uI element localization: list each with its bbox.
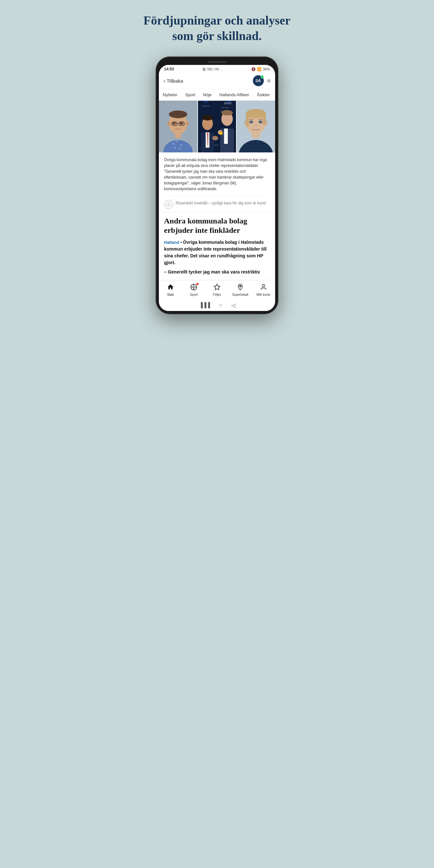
article-quote: – Generellt tycker jag man ska vara rest… [164,269,270,275]
article-image-left [159,101,197,152]
status-center: 🖼 SBC HN ... [203,67,223,71]
sport-icon [190,283,197,292]
nav-tabs: Nyheter Sport Nöje Hallands Affärer Åsik… [159,89,275,101]
svg-point-52 [262,284,265,286]
article-images: BMW Varbergs Sparbank Lunds Bil BILDEPAN [159,101,275,152]
article-category-line: Halland • Övriga kommunala bolag i Halms… [164,239,270,266]
android-home-icon[interactable]: ○ [219,302,222,308]
article-description: Övriga kommunala bolag inom Halmstads ko… [164,157,270,192]
start-label: Start [167,293,174,297]
user-icon [260,283,267,292]
svg-point-36 [212,135,218,140]
svg-point-47 [265,120,268,126]
tab-hallands-affarer[interactable]: Hallands Affärer [215,89,253,100]
location-icon [237,283,244,292]
superlokalt-label: Superlokalt [232,293,248,297]
app-header: ‹ Tillbaka DÅ ≡ [159,73,275,89]
wifi-icon: 📶 [257,67,261,71]
svg-point-2 [173,143,175,145]
mute-icon: 🔇 [251,67,256,71]
article-body: Övriga kommunala bolag inom Halmstads ko… [159,152,275,280]
status-time: 14:03 [164,67,174,71]
svg-point-4 [180,144,182,146]
android-back-icon[interactable]: ◁ [231,302,235,308]
android-home-bar: ▐▐▐ ○ ◁ [159,299,275,311]
phone-screen: 14:03 🖼 SBC HN ... 🔇 📶 34% ‹ Tillbaka DÅ [159,65,275,311]
svg-point-51 [240,285,241,287]
svg-point-15 [167,121,170,126]
svg-point-46 [244,120,247,126]
bottom-nav-foljer[interactable]: Följer [206,282,228,298]
svg-point-45 [259,120,262,123]
tab-noje[interactable]: Nöje [199,89,216,100]
star-icon [213,283,221,292]
home-icon [167,283,174,292]
article-lead: Övriga kommunala bolag i Halmstads kommu… [164,240,267,265]
svg-point-6 [179,148,181,150]
svg-point-32 [202,115,213,120]
bottom-nav-mitt-konto[interactable]: Mitt konto [252,282,275,298]
svg-text:👍: 👍 [219,130,223,135]
android-recent-icon[interactable]: ▐▐▐ [199,302,210,308]
hamburger-menu-icon[interactable]: ≡ [267,77,271,85]
svg-point-13 [173,122,176,125]
article-headline: Andra kommunala bolag erbjuder inte fink… [164,216,270,235]
back-button[interactable]: ‹ Tillbaka [163,78,183,84]
svg-point-16 [186,121,189,126]
tab-nyheter[interactable]: Nyheter [159,89,182,100]
article-image-right [237,101,275,152]
back-label: Tillbaka [166,78,183,84]
article-category-link[interactable]: Halland [164,240,179,245]
svg-text:Varbergs: Varbergs [221,106,229,109]
hero-text: Fördjupningar och analyser som gör skill… [136,13,298,43]
plus-marker-container: Plusmärkt innehåll – synligt bara för di… [164,196,270,213]
bottom-nav-start[interactable]: Start [159,282,182,298]
bottom-nav: Start Sport [159,280,275,299]
battery-text: 34% [263,67,270,71]
svg-point-3 [177,141,178,142]
plus-marker-text: Plusmärkt innehåll – synligt bara för di… [176,200,266,206]
svg-rect-28 [224,128,228,144]
plus-circle-icon [164,200,173,209]
svg-point-9 [169,111,187,118]
phone-shell: 14:03 🖼 SBC HN ... 🔇 📶 34% ‹ Tillbaka DÅ [156,57,278,314]
bottom-nav-sport[interactable]: Sport [182,282,206,298]
tab-sport[interactable]: Sport [182,89,199,100]
da-logo[interactable]: DÅ [253,75,264,86]
article-category-separator: • [181,240,183,245]
svg-point-44 [250,120,253,123]
status-icons: 🔇 📶 34% [251,67,270,71]
svg-point-33 [221,110,233,116]
tab-fa[interactable]: Fa... [274,89,275,100]
svg-text:BMW: BMW [224,101,231,105]
mitt-konto-label: Mitt konto [256,293,270,297]
status-notifications-icon: 🖼 [203,67,206,71]
bottom-nav-superlokalt[interactable]: Superlokalt [228,282,252,298]
svg-marker-50 [214,284,220,289]
sport-badge-dot [196,283,198,285]
back-arrow-icon: ‹ [163,78,165,84]
svg-text:Lunds Bil: Lunds Bil [202,105,210,107]
status-bar: 14:03 🖼 SBC HN ... 🔇 📶 34% [159,65,275,73]
svg-point-14 [180,122,183,125]
header-right: DÅ ≡ [253,75,271,86]
tab-asikter[interactable]: Åsikter [253,89,274,100]
status-center-text: SBC HN ... [207,67,223,71]
svg-point-5 [174,147,176,149]
foljer-label: Följer [213,293,221,297]
article-image-center: BMW Varbergs Sparbank Lunds Bil BILDEPAN [198,101,237,152]
phone-notch [207,61,227,63]
sport-label: Sport [190,293,197,297]
